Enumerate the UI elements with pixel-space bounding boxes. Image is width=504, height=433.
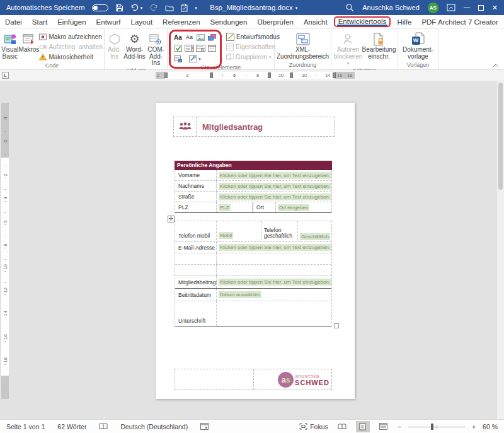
beitrittsdatum-date-picker[interactable]: Datum auswählen	[219, 291, 261, 298]
undo-dropdown-icon[interactable]: ▾	[140, 6, 143, 10]
aufzeichnung-anhalten-button: Aufzchng. anhalten	[39, 42, 103, 52]
table-resize-handle[interactable]	[334, 323, 339, 328]
search-icon[interactable]	[345, 3, 354, 12]
dropdown-list-control-button[interactable]	[195, 43, 206, 53]
word-addins-button[interactable]: ⚙ Word-Add-Ins	[123, 30, 146, 60]
legacy-tools-dropdown-icon: ▾	[198, 57, 201, 61]
bearbeitung-einschraenken-button[interactable]: Bearbeitung einschr.	[363, 30, 396, 60]
group-label-code: Code	[0, 62, 104, 70]
print-layout-button[interactable]	[356, 421, 370, 432]
open-button[interactable]	[165, 4, 174, 11]
visual-basic-icon	[3, 32, 17, 47]
web-layout-button[interactable]	[377, 421, 391, 432]
visual-basic-button[interactable]: Visual Basic	[1, 30, 19, 60]
zoom-in-button[interactable]: +	[472, 423, 476, 430]
tab-hilfe[interactable]: Hilfe	[392, 15, 416, 28]
document-title[interactable]: Bsp_Mitgliedsantrag.docx ▾	[210, 0, 297, 15]
tab-selector[interactable]: L	[2, 72, 9, 79]
group-code: Visual Basic Makros Makro aufzeichnen	[0, 29, 105, 69]
tab-einfuegen[interactable]: Einfügen	[52, 15, 91, 28]
column-marker	[268, 72, 271, 78]
makrosicherheit-button[interactable]: Makrosicherheit	[39, 52, 103, 62]
table-row	[175, 265, 331, 276]
word-count[interactable]: 62 Wörter	[57, 423, 86, 430]
macro-recording-icon[interactable]	[200, 423, 209, 430]
save-button[interactable]	[115, 4, 123, 12]
undo-button[interactable]: ▾	[130, 4, 143, 11]
user-name[interactable]: Anuschka Schwed	[362, 4, 420, 11]
tab-layout[interactable]: Layout	[126, 15, 158, 28]
field-label: Nachname	[175, 181, 217, 191]
document-page[interactable]: Mitgliedsantrag Persönliche Angaben Vorn…	[156, 103, 355, 399]
group-zuordnung: XML-Zuordnungsbereich Zuordnung	[275, 29, 331, 69]
tab-datei[interactable]: Datei	[0, 15, 27, 28]
com-addins-icon	[149, 32, 162, 47]
tab-entwurf[interactable]: Entwurf	[91, 15, 126, 28]
repeating-section-control-button[interactable]	[173, 54, 183, 64]
xml-zuordnungsbereich-button[interactable]: XML-Zuordnungsbereich	[276, 30, 329, 60]
geschaeftlich-content-control[interactable]: Geschäftlich	[300, 233, 330, 240]
document-header-box[interactable]: Mitgliedsantrag	[173, 117, 335, 137]
autosave-label: Automatisches Speichern	[6, 4, 85, 11]
makro-aufzeichnen-button[interactable]: Makro aufzeichnen	[39, 32, 103, 42]
combobox-control-button[interactable]	[184, 43, 195, 53]
plain-text-control-button[interactable]: Aa	[184, 32, 195, 42]
checkbox-control-button[interactable]	[173, 43, 183, 53]
nachname-content-control[interactable]: Klicken oder tippen Sie hier, um Text ei…	[219, 183, 331, 190]
date-picker-control-button[interactable]	[207, 43, 217, 53]
page-indicator[interactable]: Seite 1 von 1	[6, 423, 45, 430]
com-addins-button[interactable]: COM-Add-Ins	[146, 30, 166, 67]
tab-entwicklertools[interactable]: Entwicklertools	[333, 15, 392, 28]
tab-ueberpruefen[interactable]: Überprüfen	[252, 15, 299, 28]
ort-content-control[interactable]: Ort eingeben	[278, 204, 309, 211]
mobil-content-control[interactable]: Mobil	[219, 232, 233, 239]
building-block-control-button[interactable]	[207, 32, 217, 42]
table-move-handle[interactable]: ✛	[168, 216, 175, 222]
rich-text-control-button[interactable]: Aa	[173, 32, 183, 42]
ribbon: Visual Basic Makros Makro aufzeichnen	[0, 29, 504, 70]
tab-sendungen[interactable]: Sendungen	[205, 15, 253, 28]
autosave-toggle[interactable]	[92, 4, 108, 11]
proofing-icon[interactable]	[99, 423, 108, 430]
tab-start[interactable]: Start	[27, 15, 52, 28]
maximize-button[interactable]	[478, 5, 484, 11]
tab-pdf-architect[interactable]: PDF Architect 7 Creator	[416, 15, 503, 28]
column-marker	[164, 72, 168, 78]
focus-button[interactable]: Fokus	[299, 423, 328, 430]
plz-content-control[interactable]: PLZ	[219, 204, 231, 211]
zoom-slider[interactable]	[408, 423, 465, 430]
email-content-control[interactable]: Klicken oder tippen Sie hier, um Text ei…	[219, 244, 331, 251]
ribbon-display-options-icon[interactable]	[447, 4, 455, 11]
section-header: Persönliche Angaben	[175, 161, 332, 170]
group-addins: Add-Ins ⚙ Word-Add-Ins COM-Add-Ins Add-I…	[105, 29, 168, 69]
redo-button	[149, 4, 158, 11]
vertical-scrollbar[interactable]	[497, 81, 504, 419]
read-mode-button[interactable]	[335, 421, 349, 432]
legacy-tools-button[interactable]: ▾	[184, 54, 206, 64]
collapse-ribbon-icon[interactable]	[493, 64, 499, 67]
strasse-content-control[interactable]: Klicken oder tippen Sie hier, um Text ei…	[219, 193, 331, 200]
zoom-out-button[interactable]: −	[398, 423, 401, 430]
qat-customize-icon[interactable]: ▾	[195, 6, 197, 10]
clipboard-icon	[181, 4, 188, 12]
content-controls-grid: Aa Aa	[173, 32, 217, 64]
entwurfsmodus-button[interactable]: Entwurfsmodus	[226, 32, 280, 42]
language-indicator[interactable]: Deutsch (Deutschland)	[120, 423, 188, 430]
field-label: Ort	[253, 202, 276, 212]
avatar[interactable]: AS	[428, 3, 438, 13]
membership-table: Telefon mobil Mobil Telefon geschäftlich…	[175, 221, 332, 326]
tab-referenzen[interactable]: Referenzen	[158, 15, 205, 28]
minimize-button[interactable]	[464, 8, 470, 8]
dokumentvorlage-button[interactable]: W Dokument-vorlage	[400, 30, 437, 60]
zoom-level[interactable]: 60 %	[483, 423, 498, 430]
close-button[interactable]: ✕	[492, 0, 498, 15]
mitgliedsbeitrag-content-control[interactable]: Klicken oder tippen Sie hier, um Text ei…	[219, 279, 331, 286]
vorname-content-control[interactable]: Klicken oder tippen Sie hier, um Text ei…	[219, 172, 331, 179]
field-label: Unterschrift	[175, 301, 217, 326]
picture-control-button[interactable]	[195, 32, 206, 42]
scrollbar-thumb[interactable]	[498, 83, 503, 190]
clipboard-button[interactable]	[181, 4, 188, 12]
zoom-slider-thumb[interactable]	[431, 424, 433, 430]
tab-ansicht[interactable]: Ansicht	[299, 15, 333, 28]
makros-button[interactable]: Makros	[19, 30, 40, 54]
